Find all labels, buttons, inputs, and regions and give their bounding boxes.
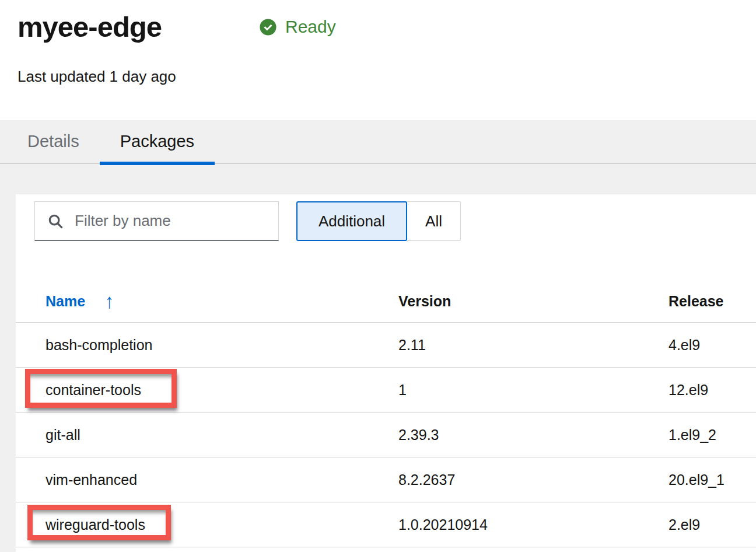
toggle-additional-button[interactable]: Additional xyxy=(296,201,407,241)
tab-bar: Details Packages xyxy=(0,120,756,164)
package-name-cell: container-tools xyxy=(16,382,398,399)
table-header-row: Name ↑ Version Release xyxy=(16,280,756,323)
package-version-cell: 8.2.2637 xyxy=(398,471,668,488)
content-area: Details Packages Additional xyxy=(0,120,756,552)
tab-packages[interactable]: Packages xyxy=(100,120,215,163)
package-release-cell: 20.el9_1 xyxy=(668,471,756,488)
package-release-cell: 1.el9_2 xyxy=(668,427,756,443)
filter-by-name-input[interactable] xyxy=(74,211,268,230)
table-row: bash-completion 2.11 4.el9 xyxy=(16,323,756,368)
column-name-label: Name xyxy=(46,293,85,310)
package-name-cell: vim-enhanced xyxy=(16,471,398,488)
toggle-all-button[interactable]: All xyxy=(407,201,461,241)
tab-details-label: Details xyxy=(27,132,79,151)
table-body: bash-completion 2.11 4.el9 container-too… xyxy=(16,323,756,547)
status-badge: Ready xyxy=(260,17,336,37)
column-header-version: Version xyxy=(398,293,668,310)
arrow-up-icon: ↑ xyxy=(105,291,114,312)
device-detail-page: myee-edge Ready Last updated 1 day ago D… xyxy=(0,0,756,552)
page-header: myee-edge Ready Last updated 1 day ago xyxy=(0,0,756,121)
page-title: myee-edge xyxy=(18,11,162,43)
status-label: Ready xyxy=(285,17,336,37)
tab-packages-label: Packages xyxy=(120,132,194,151)
package-release-cell: 2.el9 xyxy=(668,516,756,533)
packages-table: Name ↑ Version Release bash-completion 2… xyxy=(16,280,756,547)
packages-toolbar: Additional All xyxy=(16,194,756,241)
filter-input-wrapper[interactable] xyxy=(34,201,279,241)
table-row: vim-enhanced 8.2.2637 20.el9_1 xyxy=(16,457,756,502)
package-version-cell: 1.0.20210914 xyxy=(398,516,668,533)
tab-details[interactable]: Details xyxy=(7,120,100,163)
package-version-cell: 1 xyxy=(398,382,668,399)
table-row: git-all 2.39.3 1.el9_2 xyxy=(16,413,756,457)
package-name-cell: bash-completion xyxy=(16,337,398,354)
table-row: wireguard-tools 1.0.20210914 2.el9 xyxy=(16,502,756,547)
package-release-cell: 4.el9 xyxy=(668,337,756,354)
package-release-cell: 12.el9 xyxy=(668,382,756,399)
title-row: myee-edge Ready xyxy=(18,11,756,43)
column-header-release: Release xyxy=(668,293,756,310)
column-header-name: Name ↑ xyxy=(16,292,398,310)
last-updated-text: Last updated 1 day ago xyxy=(18,68,756,86)
package-name-cell: wireguard-tools xyxy=(16,516,398,533)
sort-by-name-button[interactable]: Name ↑ xyxy=(46,292,114,310)
package-version-cell: 2.39.3 xyxy=(398,427,668,443)
package-version-cell: 2.11 xyxy=(398,337,668,354)
toggle-additional-label: Additional xyxy=(318,212,385,230)
packages-panel: Additional All Name ↑ Version xyxy=(16,194,756,552)
table-row: container-tools 1 12.el9 xyxy=(16,368,756,413)
toggle-all-label: All xyxy=(425,212,442,230)
check-circle-icon xyxy=(260,19,276,36)
package-type-toggle-group: Additional All xyxy=(296,201,461,241)
package-name-cell: git-all xyxy=(16,427,398,443)
search-icon xyxy=(47,212,64,230)
